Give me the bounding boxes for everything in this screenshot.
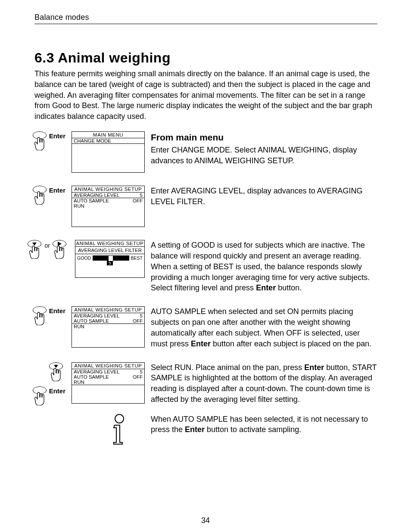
screen-cell: AVERAGING LEVEL	[74, 369, 120, 374]
screen-cell: AVERAGING LEVEL	[74, 193, 120, 198]
step-row: Enter ANIMAL WEIGHING SETUP AVERAGING LE…	[34, 362, 377, 406]
section-intro: This feature permits weighing small anim…	[34, 68, 377, 122]
info-icon	[109, 414, 129, 447]
screen-cell: RUN	[74, 203, 84, 208]
screen-title: ANIMAL WEIGHING SETUP	[72, 363, 144, 369]
press-down-icon	[26, 240, 44, 260]
screen-cell: RUN	[74, 324, 84, 329]
slider-min-label: GOOD	[77, 255, 91, 261]
screen-title: ANIMAL WEIGHING SETUP	[75, 240, 144, 247]
enter-label: Enter	[49, 132, 65, 140]
step-row: Enter ANIMAL WEIGHING SETUP AVERAGING LE…	[34, 306, 377, 349]
screen-title: ANIMAL WEIGHING SETUP	[72, 186, 144, 193]
screen-cell: OFF	[133, 318, 143, 324]
slider-track	[93, 255, 129, 261]
lcd-screen: ANIMAL WEIGHING SETUP AVERAGING LEVEL5 A…	[72, 306, 145, 348]
enter-label: Enter	[49, 187, 65, 194]
press-enter-icon	[31, 386, 49, 406]
lcd-screen: ANIMAL WEIGHING SETUP AVERAGING LEVEL FI…	[75, 240, 145, 278]
press-enter-icon	[31, 306, 49, 326]
lcd-screen: ANIMAL WEIGHING SETUP AVERAGING LEVEL5 A…	[72, 362, 145, 404]
screen-cell: AUTO SAMPLE	[74, 374, 109, 380]
press-down-icon	[47, 362, 65, 382]
press-right-icon	[51, 240, 69, 260]
or-label: or	[45, 242, 50, 249]
step-text: When AUTO SAMPLE has been selected, it i…	[151, 414, 377, 436]
press-enter-icon	[31, 131, 49, 151]
screen-cell: AVERAGING LEVEL	[74, 313, 120, 318]
screen-cell: 5	[140, 193, 143, 198]
screen-cell: AUTO SAMPLE	[74, 318, 109, 324]
running-head: Balance modes	[34, 13, 377, 24]
step-text: Enter AVERAGING LEVEL, display advances …	[151, 186, 377, 207]
screen-cell: 5	[140, 369, 143, 374]
step-row: Enter MAIN MENU CHANGE MODE From main me…	[34, 131, 377, 173]
step-row: When AUTO SAMPLE has been selected, it i…	[34, 414, 377, 447]
step-text: Select RUN. Place animal on the pan, pre…	[151, 362, 377, 405]
step-row: Enter ANIMAL WEIGHING SETUP AVERAGING LE…	[34, 186, 377, 227]
slider-knob	[108, 255, 113, 261]
screen-cell: OFF	[133, 198, 143, 203]
step-text: AUTO SAMPLE when selected and set ON per…	[151, 306, 377, 349]
step-text: Enter CHANGE MODE. Select ANIMAL WEIGHIN…	[151, 145, 377, 166]
screen-subtitle: AVERAGING LEVEL FILTER	[75, 247, 144, 254]
lcd-screen: ANIMAL WEIGHING SETUP AVERAGING LEVEL5 A…	[72, 186, 145, 227]
step-text: A setting of GOOD is used for subjects w…	[151, 240, 377, 293]
section-heading: 6.3 Animal weighing	[34, 50, 377, 66]
press-enter-icon	[31, 186, 49, 205]
screen-title: MAIN MENU	[72, 132, 144, 138]
lcd-screen: MAIN MENU CHANGE MODE	[72, 131, 145, 173]
slider-max-label: BEST	[131, 255, 143, 261]
enter-label: Enter	[49, 387, 65, 395]
screen-cell: 5	[140, 313, 143, 318]
enter-label: Enter	[49, 307, 65, 314]
screen-title: ANIMAL WEIGHING SETUP	[72, 307, 144, 313]
screen-line: CHANGE MODE	[74, 138, 111, 143]
screen-cell: RUN	[74, 380, 84, 385]
screen-cell: OFF	[133, 374, 143, 380]
step-row: or ANIMAL WEIGHING SETUP AVERAGING LEVEL…	[34, 240, 377, 293]
step-heading: From main menu	[151, 131, 377, 144]
screen-cell: AUTO SAMPLE	[74, 198, 109, 203]
page-number: 34	[0, 516, 411, 525]
